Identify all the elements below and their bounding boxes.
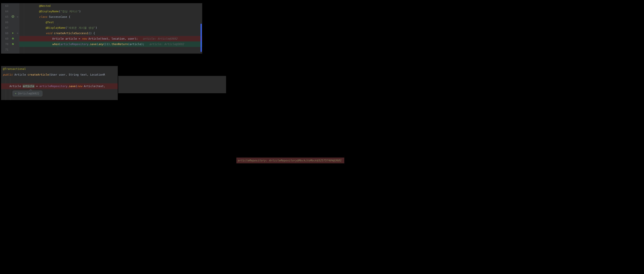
static-method: any	[98, 42, 103, 46]
type-name: String	[69, 73, 79, 76]
code-line-coverage-pass[interactable]: when(articleRepository.save(any())).then…	[19, 41, 202, 47]
parameter: location	[112, 37, 125, 40]
type-name: Article	[52, 37, 64, 40]
code-line[interactable]: @DisplayName("새로운 게시물 생성")	[19, 25, 202, 30]
annotation: @Test	[46, 21, 54, 24]
method-call: thenReturn	[112, 42, 128, 46]
code-line[interactable]: @DisplayName("정상 케이스")	[19, 9, 202, 14]
parameter: text	[80, 73, 87, 76]
keyword: class	[39, 15, 47, 18]
class-name: SuccessCase	[49, 15, 67, 18]
type-name: Article	[14, 73, 26, 76]
annotation: @Transactional	[3, 67, 26, 70]
parameter: user	[59, 73, 66, 76]
method-call: save	[90, 42, 96, 46]
annotation: @DisplayName	[39, 10, 59, 13]
highlighted-variable[interactable]: article	[23, 85, 34, 88]
parameter: text	[97, 85, 104, 88]
tooltip-value: {Article@3692}	[18, 92, 39, 95]
fold-toggle-icon[interactable]: ⊟	[16, 14, 19, 19]
line-number[interactable]: 69	[1, 36, 10, 41]
string-literal: "새로운 게시물 생성"	[67, 26, 96, 29]
fold-toggle-icon[interactable]: ⊟	[16, 30, 19, 36]
code-line[interactable]	[1, 78, 118, 83]
constructor: Article	[84, 85, 96, 88]
plus-icon: +	[15, 92, 16, 95]
annotation: @Nested	[39, 4, 50, 7]
fold-column: ⊟ ⊟	[16, 3, 19, 54]
inline-hint-key: article:	[143, 37, 156, 40]
method-name: createArticleSuccess1	[54, 31, 88, 35]
debug-value-tooltip[interactable]: + {Article@3692}	[12, 91, 42, 96]
variable: article	[65, 37, 77, 40]
method-call: save	[69, 85, 76, 88]
line-number[interactable]: 68	[1, 30, 10, 36]
inline-hint-value: Article@3692	[158, 37, 177, 40]
inline-hint-panel: articleRepository: ArticleRepository$Moc…	[118, 76, 226, 93]
code-line[interactable]: void createArticleSuccess1() {	[19, 30, 202, 36]
code-area[interactable]: @Nested @DisplayName("정상 케이스") class Suc…	[19, 3, 202, 54]
type-name: Article	[10, 85, 21, 88]
code-line-coverage-fail[interactable]: Article article = new Article(text, loca…	[19, 36, 202, 41]
parameter: user	[128, 37, 134, 40]
constructor: Article	[88, 37, 100, 40]
code-line[interactable]: public Article createArticle(User user, …	[1, 72, 118, 78]
line-number[interactable]: 66	[1, 19, 10, 25]
keyword: public	[3, 73, 13, 76]
keyword: void	[46, 31, 52, 35]
line-number[interactable]: 71	[1, 47, 10, 52]
editor-bottom-pane[interactable]: @Transactional public Article createArti…	[1, 66, 118, 100]
editor-top-pane[interactable]: 63 64 65 66 67 68 69 70 71 ⊟ ⊟	[1, 3, 202, 54]
keyword: new	[82, 37, 87, 40]
scrollbar-thumb[interactable]	[200, 24, 202, 52]
line-number[interactable]: 63	[1, 3, 10, 9]
line-number[interactable]: 67	[1, 25, 10, 30]
code-line-coverage-fail[interactable]: Article article = articleRepository.save…	[1, 83, 118, 89]
line-passed-icon[interactable]	[10, 36, 16, 41]
line-passed-icon[interactable]	[10, 41, 16, 47]
test-passed-class-icon[interactable]	[10, 14, 16, 19]
code-line[interactable]: @Test	[19, 19, 202, 25]
gutter-icon-column	[10, 3, 16, 54]
indent-guide	[58, 23, 58, 50]
parameter: text	[102, 37, 108, 40]
annotation: @DisplayName	[46, 26, 65, 29]
keyword: new	[77, 85, 82, 88]
line-number[interactable]: 64	[1, 9, 10, 14]
type-name: LocationR	[90, 73, 105, 76]
code-line[interactable]: class SuccessCase {	[19, 14, 202, 19]
inline-hint-value: Article@3692	[164, 42, 184, 46]
variable: article	[130, 42, 141, 46]
method-name: createArticle	[28, 73, 49, 76]
field-ref: articleRepository	[60, 42, 88, 46]
code-line[interactable]: @Nested	[19, 3, 202, 9]
field-ref: articleRepository	[39, 85, 67, 88]
inline-hint-key: article:	[149, 42, 162, 46]
string-literal: "정상 케이스"	[60, 10, 79, 13]
code-line[interactable]	[19, 47, 202, 52]
code-line[interactable]: @Transactional	[1, 66, 118, 72]
line-number-gutter: 63 64 65 66 67 68 69 70 71	[1, 3, 10, 54]
type-name: User	[50, 73, 57, 76]
run-test-icon[interactable]	[10, 30, 16, 36]
line-number[interactable]: 65	[1, 14, 10, 19]
line-number[interactable]: 70	[1, 41, 10, 47]
